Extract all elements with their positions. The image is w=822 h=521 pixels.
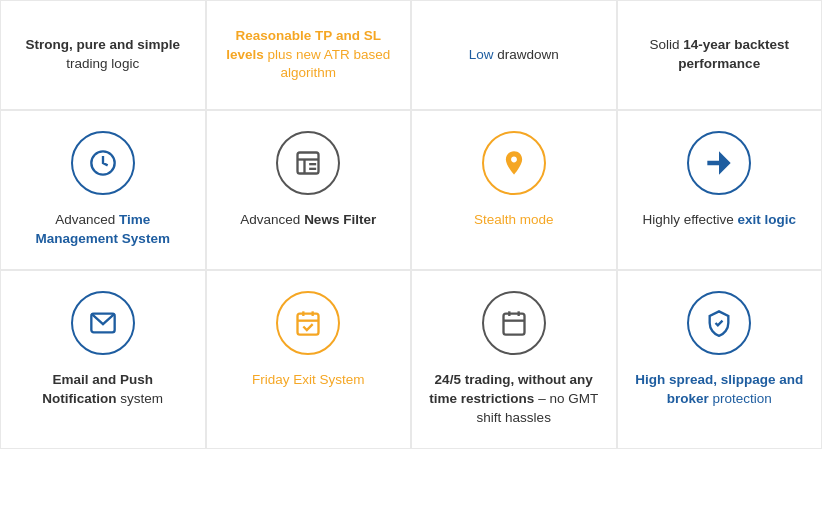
card-label-email-push: Email and Push Notification system xyxy=(16,371,190,409)
feature-card-stealth-mode: Stealth mode xyxy=(411,110,617,270)
card-label-friday-exit: Friday Exit System xyxy=(252,371,365,390)
svg-rect-7 xyxy=(298,314,319,335)
feature-row-top: Strong, pure and simple trading logicRea… xyxy=(0,0,822,110)
calendar-icon xyxy=(482,291,546,355)
clock-icon xyxy=(71,131,135,195)
card-label-low-drawdown: Low drawdown xyxy=(469,46,559,65)
feature-card-exit-logic: Highly effective exit logic xyxy=(617,110,823,270)
card-label-news-filter: Advanced News Filter xyxy=(240,211,376,230)
feature-card-high-spread: High spread, slippage and broker protect… xyxy=(617,270,823,449)
card-label-stealth-mode: Stealth mode xyxy=(474,211,554,230)
shield-icon xyxy=(687,291,751,355)
feature-row-mid: Advanced Time Management SystemAdvanced … xyxy=(0,110,822,270)
feature-card-time-management: Advanced Time Management System xyxy=(0,110,206,270)
feature-card-news-filter: Advanced News Filter xyxy=(206,110,412,270)
feature-card-strong-pure: Strong, pure and simple trading logic xyxy=(0,0,206,110)
news-icon xyxy=(276,131,340,195)
feature-card-low-drawdown: Low drawdown xyxy=(411,0,617,110)
email-icon xyxy=(71,291,135,355)
feature-card-247-trading: 24/5 trading, without any time restricti… xyxy=(411,270,617,449)
card-label-backtest: Solid 14-year backtest performance xyxy=(633,36,807,74)
card-label-strong-pure: Strong, pure and simple trading logic xyxy=(16,36,190,74)
svg-rect-11 xyxy=(503,314,524,335)
stealth-icon xyxy=(482,131,546,195)
feature-card-email-push: Email and Push Notification system xyxy=(0,270,206,449)
card-label-time-management: Advanced Time Management System xyxy=(16,211,190,249)
exit-icon xyxy=(687,131,751,195)
calendar-exit-icon xyxy=(276,291,340,355)
card-label-high-spread: High spread, slippage and broker protect… xyxy=(633,371,807,409)
feature-card-reasonable-tp: Reasonable TP and SL levels plus new ATR… xyxy=(206,0,412,110)
feature-row-bot: Email and Push Notification systemFriday… xyxy=(0,270,822,449)
feature-card-friday-exit: Friday Exit System xyxy=(206,270,412,449)
card-label-reasonable-tp: Reasonable TP and SL levels plus new ATR… xyxy=(222,27,396,84)
card-label-247-trading: 24/5 trading, without any time restricti… xyxy=(427,371,601,428)
feature-card-backtest: Solid 14-year backtest performance xyxy=(617,0,823,110)
card-label-exit-logic: Highly effective exit logic xyxy=(642,211,796,230)
